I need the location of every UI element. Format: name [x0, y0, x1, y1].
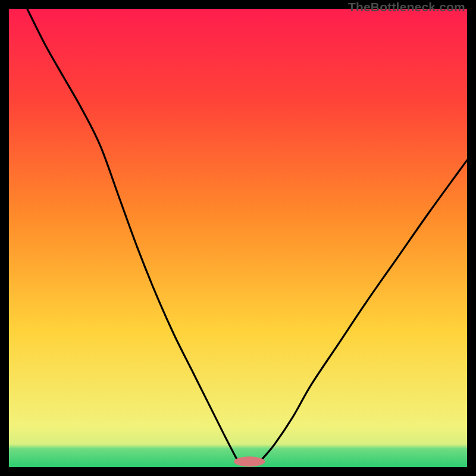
- minimum-marker: [234, 456, 265, 466]
- chart-frame: TheBottleneck.com: [0, 0, 476, 476]
- gradient-background: [9, 9, 467, 467]
- watermark-text: TheBottleneck.com: [348, 0, 465, 14]
- chart-svg: [9, 9, 467, 467]
- chart-plot-area: [9, 9, 467, 467]
